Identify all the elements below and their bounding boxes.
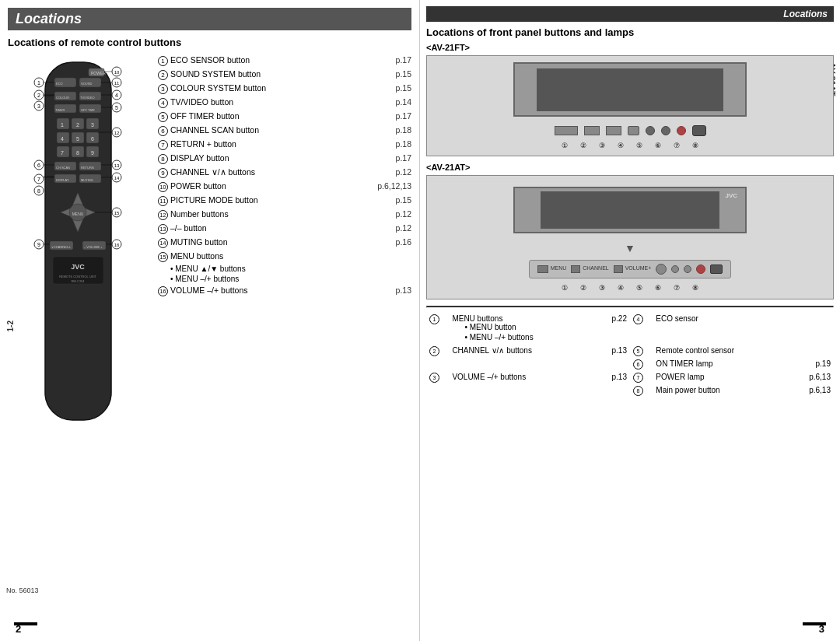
page-col: p.13: [592, 371, 630, 384]
sub-item-15b: • MENU –/+ buttons: [170, 275, 411, 283]
svg-text:MUTING: MUTING: [81, 178, 93, 182]
page-col-r: [796, 345, 834, 358]
tv-ft-btn2: [584, 126, 600, 135]
tv-at-upper: JVC: [431, 183, 829, 237]
svg-text:7: 7: [61, 150, 64, 156]
num-col: 1: [426, 313, 449, 345]
svg-text:9: 9: [91, 150, 94, 156]
ft-num-1: ①: [562, 142, 568, 149]
sub-item-15a: • MENU ▲/▼ buttons: [170, 264, 411, 273]
label-col: MENU buttons • MENU button • MENU –/+ bu…: [449, 313, 592, 345]
list-item: 9 CHANNEL ∨/∧ buttons p.12: [158, 166, 411, 178]
item-num-10: 10: [158, 182, 168, 192]
right-header-title: Locations: [783, 9, 828, 19]
page-col-r: p.19: [796, 358, 834, 371]
num-col-r: 6: [630, 358, 653, 371]
svg-text:JVC: JVC: [71, 263, 85, 271]
table-row: 6 ON TIMER lamp p.19: [426, 358, 834, 371]
tv-at-menu-btns: MENU: [537, 265, 567, 273]
ft-num-4: ④: [618, 142, 624, 149]
item-num-9: 9: [158, 168, 168, 178]
tv-at-numbering: ① ② ③ ④ ⑤ ⑥ ⑦ ⑧: [562, 284, 698, 292]
page-col-r: [796, 313, 834, 345]
menu-label: MENU: [551, 265, 567, 273]
svg-text:COLOUR: COLOUR: [56, 96, 69, 100]
tv-at-jvc: JVC: [725, 192, 737, 199]
tv-at-ch-btns: CHANNEL: [571, 265, 608, 273]
ft-num-5: ⑤: [636, 142, 642, 149]
svg-text:10: 10: [114, 70, 120, 75]
item-num-6: 6: [158, 126, 168, 136]
num-col: 2: [426, 345, 449, 358]
tv-ft-buttons: [555, 125, 706, 136]
front-panel-info-table: 1 MENU buttons • MENU button • MENU –/+ …: [426, 313, 834, 398]
remote-illustration: POWER ECO SOUND COLOUR TV/VIDEO TIMER OF…: [22, 54, 146, 437]
table-row: 3 VOLUME –/+ buttons p.13 7 POWER lamp p…: [426, 371, 834, 384]
item-num-16: 16: [158, 286, 168, 296]
right-subsection-title: Locations of front panel buttons and lam…: [426, 26, 834, 38]
ft-num-6: ⑥: [655, 142, 661, 149]
ft-num-2: ②: [580, 142, 586, 149]
item-num-5: 5: [158, 112, 168, 122]
svg-text:4: 4: [115, 93, 118, 98]
label-col-r: Main power button: [653, 384, 796, 398]
svg-text:2: 2: [37, 93, 40, 98]
list-item: 7 RETURN + button p.18: [158, 138, 411, 150]
num-col-r: 8: [630, 384, 653, 398]
subsection-title-left: Locations of remote control buttons: [8, 37, 411, 48]
tv-at-exit-btn: [656, 264, 667, 275]
list-item: 11 PICTURE MODE button p.15: [158, 194, 411, 206]
tv-ft-btn8: [692, 125, 706, 136]
section-title-left: Locations: [8, 8, 411, 30]
item-num-1: 1: [158, 56, 168, 66]
tv-at-buttons-row: MENU CHANNEL VOLUME+: [529, 260, 732, 278]
ch-label: CHANNEL: [583, 265, 608, 273]
svg-text:∨CHANNEL∧: ∨CHANNEL∧: [51, 245, 71, 249]
svg-text:CH SCAN: CH SCAN: [56, 166, 70, 170]
item-num-7: 7: [158, 140, 168, 150]
list-item: 14 MUTING button p.16: [158, 236, 411, 248]
page-col-r: p.6,13: [796, 371, 834, 384]
item-num-4: 4: [158, 98, 168, 108]
svg-text:5: 5: [115, 105, 118, 110]
list-item: 6 CHANNEL SCAN button p.18: [158, 124, 411, 136]
list-item: 4 TV/VIDEO button p.14: [158, 96, 411, 108]
tv-ft-btn7: [677, 126, 686, 135]
tv-at-power-lamp: [696, 264, 705, 274]
num-col-r: 4: [630, 313, 653, 345]
svg-text:8: 8: [76, 150, 79, 156]
label-col-r: ECO sensor: [653, 313, 796, 345]
svg-text:12: 12: [114, 131, 120, 135]
svg-text:MENU: MENU: [72, 212, 84, 216]
right-header: Locations: [426, 6, 834, 22]
svg-text:4: 4: [61, 136, 64, 142]
ft-num-3: ③: [599, 142, 605, 149]
label-col: VOLUME –/+ buttons: [449, 371, 592, 384]
svg-text:6: 6: [37, 163, 40, 168]
svg-text:6: 6: [91, 136, 94, 142]
at-num-7: ⑦: [674, 284, 680, 292]
at-num-2: ②: [580, 284, 586, 292]
left-content: POWER ECO SOUND COLOUR TV/VIDEO TIMER OF…: [22, 54, 411, 437]
list-item: 10 POWER button p.6,12,13: [158, 180, 411, 192]
svg-text:7: 7: [37, 177, 40, 182]
tv-ft-btn5: [646, 126, 655, 135]
item-num-8: 8: [158, 154, 168, 164]
svg-text:POWER: POWER: [91, 71, 106, 75]
svg-text:SOUND: SOUND: [81, 82, 93, 86]
list-item: 12 Number buttons p.12: [158, 208, 411, 220]
item-num-13: 13: [158, 224, 168, 234]
svg-text:1: 1: [61, 122, 64, 128]
tv-ft-btn1: [555, 126, 578, 135]
table-row: 2 CHANNEL ∨/∧ buttons p.13 5 Remote cont…: [426, 345, 834, 358]
table-row: 8 Main power button p.6,13: [426, 384, 834, 398]
label-col-r: Remote control sensor: [653, 345, 796, 358]
svg-text:ECO: ECO: [56, 82, 63, 86]
tv-ft-illustration: ① ② ③ ④ ⑤ ⑥ ⑦ ⑧: [426, 55, 834, 156]
svg-text:DISPLAY: DISPLAY: [56, 178, 69, 182]
svg-text:8: 8: [37, 188, 40, 194]
svg-text:3: 3: [91, 122, 94, 128]
tv-ft-btn4: [628, 126, 639, 135]
item-num-11: 11: [158, 196, 168, 206]
list-item: 15 MENU buttons: [158, 250, 411, 262]
